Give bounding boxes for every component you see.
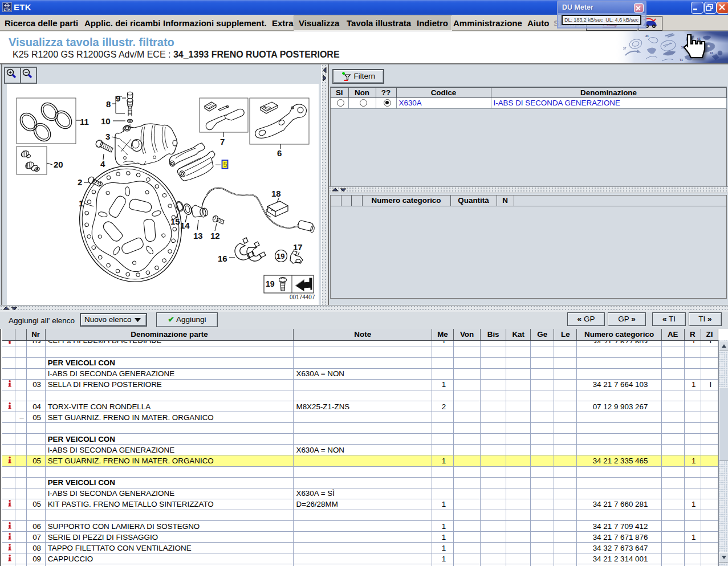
svg-text:4: 4 — [100, 159, 105, 169]
svg-text:2: 2 — [78, 177, 82, 187]
svg-text:20: 20 — [54, 160, 63, 169]
svg-text:8: 8 — [106, 99, 111, 109]
svg-text:15: 15 — [170, 217, 180, 226]
svg-text:12: 12 — [210, 231, 220, 241]
svg-text:1: 1 — [79, 198, 83, 208]
svg-text:3: 3 — [105, 132, 110, 141]
svg-text:18: 18 — [271, 189, 281, 198]
svg-text:ETK: ETK — [4, 8, 11, 11]
svg-text:19: 19 — [276, 252, 284, 260]
svg-text:13: 13 — [193, 231, 203, 241]
svg-text:00174407: 00174407 — [290, 294, 315, 300]
svg-text:5: 5 — [223, 160, 227, 169]
svg-text:7: 7 — [220, 137, 225, 146]
svg-text:9: 9 — [116, 93, 120, 103]
svg-text:17: 17 — [293, 242, 303, 252]
svg-text:11: 11 — [80, 117, 89, 127]
svg-text:16: 16 — [218, 254, 227, 263]
svg-text:10: 10 — [101, 116, 111, 126]
svg-text:6: 6 — [277, 148, 282, 158]
svg-text:19: 19 — [266, 279, 275, 288]
